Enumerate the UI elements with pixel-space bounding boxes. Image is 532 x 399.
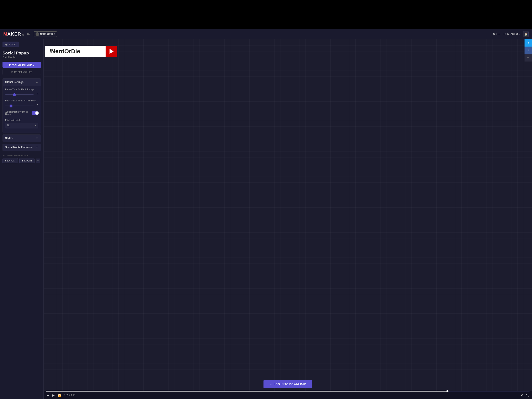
global-settings-body: Pause Time for Each Popup 3 Loop Pause T… bbox=[3, 86, 41, 133]
play-icon: ▶ bbox=[9, 63, 11, 66]
page-subtitle: Social Media bbox=[2, 56, 41, 58]
header-right: SHOP CONTACT US 🏠 bbox=[493, 31, 529, 37]
flip-select[interactable]: No Yes bbox=[5, 123, 38, 128]
toggle-thumb bbox=[35, 111, 39, 115]
twitter-icon: 𝕏 bbox=[527, 41, 530, 44]
time-current: 7.51 bbox=[63, 394, 68, 397]
login-icon: → bbox=[269, 383, 272, 386]
twitter-social-button[interactable]: 𝕏 bbox=[525, 39, 532, 47]
home-icon-btn[interactable]: 🏠 bbox=[523, 31, 529, 37]
fullscreen-button[interactable]: ⛶ bbox=[526, 393, 530, 397]
logo-m: M bbox=[3, 31, 7, 37]
pause-time-slider[interactable] bbox=[5, 94, 34, 95]
reset-label: RESET VALUES bbox=[14, 71, 32, 73]
youtube-play-icon bbox=[109, 49, 114, 54]
logo-sub: lite bbox=[22, 34, 24, 36]
import-button[interactable]: ⬆ IMPORT bbox=[19, 158, 34, 163]
loop-pause-slider-row: 5 bbox=[5, 103, 38, 107]
maker-logo: M A K E R lite bbox=[3, 31, 24, 37]
youtube-button[interactable] bbox=[106, 46, 117, 57]
watch-tutorial-label: WATCH TUTORIAL bbox=[12, 63, 34, 66]
styles-header[interactable]: Styles ▼ bbox=[3, 135, 41, 142]
main-layout: ◀ BACK Social Popup Social Media ▶ WATCH… bbox=[0, 39, 532, 399]
settings-video-button[interactable]: ⚙ bbox=[520, 393, 524, 397]
time-display: 7.51 / 9.10 bbox=[63, 394, 76, 397]
popup-name-text: /NerdOrDie bbox=[50, 48, 80, 55]
facebook-social-button[interactable]: f bbox=[525, 47, 532, 54]
import-label: IMPORT bbox=[24, 160, 32, 162]
import-icon: ⬆ bbox=[22, 160, 23, 162]
reset-values-button[interactable]: ↺ RESET VALUES bbox=[2, 69, 41, 75]
styles-section: Styles ▼ bbox=[2, 134, 41, 142]
social-media-section: Social Media Platforms ▼ bbox=[2, 144, 41, 151]
progress-bar[interactable] bbox=[46, 391, 530, 392]
app-header: M A K E R lite BY 👓 NERD OR DIE SHOP CON… bbox=[0, 29, 532, 39]
pause-time-value: 3 bbox=[35, 93, 38, 95]
nerd-icon: 👓 bbox=[36, 32, 39, 36]
settings-mgmt-label: SETTINGS MANAGEMENT bbox=[2, 154, 41, 157]
skip-back-button[interactable]: ⏮ bbox=[46, 393, 50, 397]
export-label: EXPORT bbox=[7, 160, 16, 162]
export-icon: ⬇ bbox=[5, 160, 6, 162]
preview-area: /NerdOrDie 𝕏 f ✏ → LOG IN TO DOWNLOAD bbox=[44, 39, 532, 399]
pause-time-slider-wrap bbox=[5, 92, 34, 96]
social-media-label: Social Media Platforms bbox=[5, 146, 32, 149]
watch-tutorial-button[interactable]: ▶ WATCH TUTORIAL bbox=[2, 62, 41, 68]
global-settings-header[interactable]: Global Settings ▲ bbox=[3, 79, 41, 86]
video-controls: ⏮ ▶ 🔁 7.51 / 9.10 ⚙ ⛶ bbox=[44, 391, 532, 399]
play-pause-button[interactable]: ▶ bbox=[52, 393, 55, 397]
loop-pause-slider[interactable] bbox=[5, 106, 34, 106]
logo-a: A bbox=[7, 31, 11, 37]
loop-button[interactable]: 🔁 bbox=[57, 393, 62, 397]
social-popup-widget: /NerdOrDie bbox=[45, 46, 117, 57]
top-black-bar bbox=[0, 0, 532, 29]
loop-pause-value: 5 bbox=[35, 104, 38, 107]
adjust-width-row: Adjust Popup Width to Name bbox=[5, 111, 38, 115]
progress-thumb bbox=[446, 390, 449, 392]
edit-social-button[interactable]: ✏ bbox=[525, 54, 532, 62]
logo-r: R bbox=[18, 31, 21, 37]
pause-time-slider-row: 3 bbox=[5, 92, 38, 96]
flip-label: Flip Horizontally bbox=[5, 119, 38, 121]
global-settings-label: Global Settings bbox=[5, 81, 24, 83]
settings-management: SETTINGS MANAGEMENT ⬇ EXPORT ⬆ IMPORT ? bbox=[2, 154, 41, 163]
pause-time-label: Pause Time for Each Popup bbox=[5, 88, 38, 91]
time-total: 9.10 bbox=[70, 394, 75, 397]
loop-pause-label: Loop Pause Time (in minutes) bbox=[5, 99, 38, 102]
chevron-down-icon-social: ▼ bbox=[36, 146, 38, 149]
contact-link[interactable]: CONTACT US bbox=[504, 33, 519, 36]
sidebar: ◀ BACK Social Popup Social Media ▶ WATCH… bbox=[0, 39, 44, 399]
global-settings-section: Global Settings ▲ Pause Time for Each Po… bbox=[2, 78, 41, 133]
logo-e: E bbox=[14, 31, 18, 37]
chevron-up-icon: ▲ bbox=[36, 81, 38, 83]
header-logo: M A K E R lite BY 👓 NERD OR DIE bbox=[3, 31, 57, 37]
facebook-icon: f bbox=[528, 49, 529, 52]
mgmt-buttons: ⬇ EXPORT ⬆ IMPORT ? bbox=[2, 158, 41, 163]
download-label: LOG IN TO DOWNLOAD bbox=[274, 383, 306, 386]
flip-select-wrap: No Yes ▼ bbox=[5, 123, 38, 128]
progress-fill bbox=[46, 391, 447, 392]
reset-icon: ↺ bbox=[11, 71, 13, 73]
social-media-header[interactable]: Social Media Platforms ▼ bbox=[3, 144, 41, 151]
back-label: BACK bbox=[9, 43, 16, 46]
logo-k: K bbox=[11, 31, 14, 37]
download-btn-wrap: → LOG IN TO DOWNLOAD bbox=[264, 380, 312, 388]
nerd-or-die-text: NERD OR DIE bbox=[40, 33, 55, 35]
page-title: Social Popup bbox=[2, 51, 41, 56]
nerd-or-die-logo: 👓 NERD OR DIE bbox=[34, 31, 57, 37]
back-button[interactable]: ◀ BACK bbox=[2, 42, 19, 47]
shop-link[interactable]: SHOP bbox=[493, 33, 500, 36]
controls-row: ⏮ ▶ 🔁 7.51 / 9.10 ⚙ ⛶ bbox=[46, 392, 530, 399]
by-text: BY bbox=[27, 33, 30, 35]
help-button[interactable]: ? bbox=[36, 158, 40, 163]
login-to-download-button[interactable]: → LOG IN TO DOWNLOAD bbox=[264, 380, 312, 388]
adjust-width-label: Adjust Popup Width to Name bbox=[5, 111, 32, 115]
right-social-panel: 𝕏 f ✏ bbox=[525, 39, 532, 62]
popup-name-box: /NerdOrDie bbox=[45, 46, 106, 57]
loop-pause-slider-wrap bbox=[5, 103, 34, 107]
chevron-down-icon-styles: ▼ bbox=[36, 137, 38, 140]
adjust-width-toggle[interactable] bbox=[32, 111, 38, 115]
export-button[interactable]: ⬇ EXPORT bbox=[2, 158, 18, 163]
edit-icon: ✏ bbox=[527, 56, 530, 59]
back-arrow-icon: ◀ bbox=[5, 43, 7, 46]
